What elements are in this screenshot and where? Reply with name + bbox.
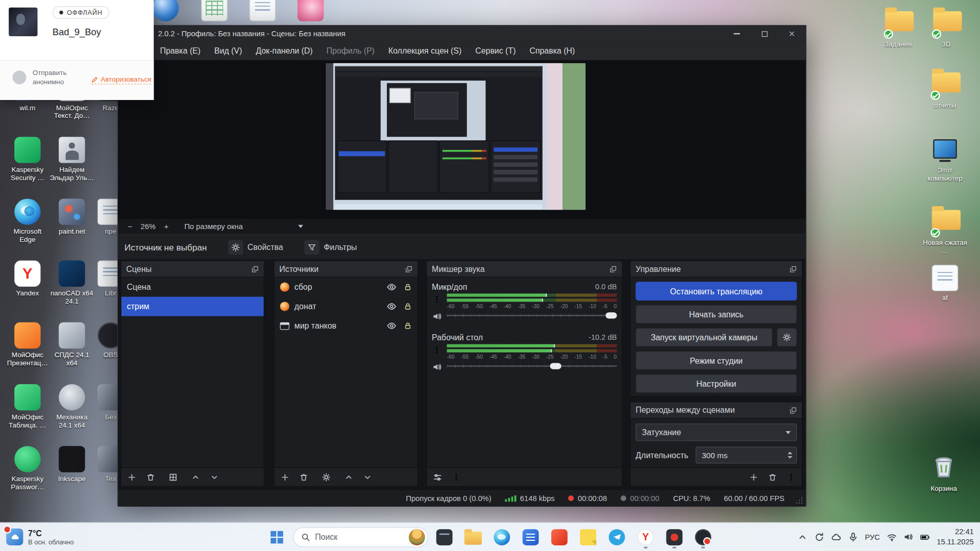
volume-slider[interactable] — [447, 362, 617, 370]
taskbar-app-yandex[interactable]: Y — [633, 524, 658, 549]
move-source-up-button[interactable] — [345, 472, 353, 481]
visibility-toggle[interactable] — [387, 322, 396, 330]
source-item[interactable]: мир танков — [275, 316, 418, 336]
tray-chevron-up-icon[interactable] — [797, 532, 807, 542]
menu-item-docks[interactable]: Док-панели (D) — [249, 42, 320, 60]
clock[interactable]: 22:41 15.11.2025 — [937, 527, 973, 546]
taskbar-app-telegram[interactable] — [604, 524, 629, 549]
add-source-button[interactable] — [281, 472, 289, 481]
scene-item-selected[interactable]: стрим — [121, 297, 264, 316]
microphone-icon[interactable] — [848, 532, 858, 542]
duration-spinner[interactable]: 300 ms — [696, 447, 797, 464]
virtual-camera-settings-button[interactable] — [777, 328, 797, 347]
move-scene-up-button[interactable] — [191, 472, 200, 481]
volume-slider[interactable] — [447, 312, 617, 319]
scene-filters-button[interactable] — [169, 472, 178, 481]
zoom-out-button[interactable]: − — [125, 222, 136, 231]
settings-button[interactable]: Настройки — [635, 374, 797, 393]
source-item[interactable]: донат — [275, 297, 418, 316]
popout-icon[interactable] — [609, 265, 617, 273]
desktop-icon-kaspersky[interactable]: Kaspersky Security … — [5, 137, 50, 182]
desktop-icon-otchety[interactable]: отчеты — [922, 67, 967, 109]
slider-knob[interactable] — [550, 363, 561, 369]
taskbar-app-red[interactable] — [547, 524, 572, 549]
channel-menu-button[interactable] — [432, 344, 442, 360]
desktop-icon-edge[interactable]: Microsoft Edge — [5, 198, 50, 244]
resize-grip[interactable] — [796, 496, 803, 504]
visibility-toggle[interactable] — [387, 283, 396, 291]
close-button[interactable] — [778, 26, 805, 42]
minimize-button[interactable] — [723, 26, 751, 42]
filters-button[interactable]: Фильтры — [304, 240, 357, 255]
menu-item-scene-collection[interactable]: Коллекция сцен (S) — [381, 42, 468, 60]
language-indicator[interactable]: РУС — [865, 533, 879, 541]
desktop-icon[interactable] — [288, 0, 333, 21]
mute-button[interactable] — [432, 311, 442, 320]
taskbar-app-notes[interactable] — [576, 524, 601, 549]
desktop-icon-photo[interactable]: Найдем Эльдар Уль… — [50, 137, 94, 182]
weather-widget[interactable]: 7°C В осн. облачно — [6, 523, 74, 551]
taskbar-app-edge[interactable] — [489, 524, 514, 549]
authorize-link[interactable]: Авторизоваться — [91, 76, 152, 84]
desktop-icon-3d[interactable]: 3D — [924, 6, 969, 48]
desktop-icon-myoffice-table[interactable]: МойОфис Таблица. … — [5, 384, 50, 430]
taskbar-app-security[interactable] — [662, 524, 687, 549]
desktop-icon-kaspersky-password[interactable]: Kaspersky Passwor… — [5, 446, 50, 491]
mixer-menu-button[interactable] — [452, 472, 460, 481]
desktop-icon-yandex[interactable]: YYandex — [5, 261, 50, 297]
wifi-icon[interactable] — [887, 532, 897, 542]
sync-icon[interactable] — [814, 532, 824, 542]
desktop-icon-zip[interactable]: Новая сжатая … — [922, 205, 967, 255]
taskbar-app-docs[interactable] — [518, 524, 543, 549]
source-properties-button[interactable] — [322, 472, 331, 481]
desktop-icon-af[interactable]: af — [922, 265, 967, 302]
menu-item-profile[interactable]: Профиль (P) — [320, 42, 381, 60]
spinner-arrows[interactable] — [788, 452, 793, 458]
remove-transition-button[interactable] — [768, 472, 777, 481]
remove-scene-button[interactable] — [146, 472, 155, 481]
obs-titlebar[interactable]: 2.0.2 - Профиль: Без названия - Сцены: Б… — [118, 26, 805, 42]
desktop-icon-this-pc[interactable]: Этот компьютер — [922, 137, 967, 183]
lock-toggle[interactable] — [404, 303, 412, 311]
lock-toggle[interactable] — [404, 283, 412, 291]
visibility-toggle[interactable] — [387, 303, 396, 311]
desktop-icon-myoffice-present[interactable]: МойОфис Презентац… — [5, 322, 50, 368]
transition-menu-button[interactable] — [787, 472, 796, 481]
properties-button[interactable]: Свойства — [228, 240, 283, 255]
volume-icon[interactable] — [903, 533, 913, 541]
battery-icon[interactable] — [920, 532, 930, 542]
menu-item-view[interactable]: Вид (V) — [207, 42, 249, 60]
studio-mode-button[interactable]: Режим студии — [635, 351, 797, 370]
add-transition-button[interactable] — [749, 472, 758, 481]
desktop-icon-zadaniya[interactable]: Задания — [876, 6, 921, 48]
preview-canvas[interactable] — [118, 61, 805, 218]
start-button[interactable] — [264, 524, 289, 549]
remove-source-button[interactable] — [300, 472, 308, 481]
stop-streaming-button[interactable]: Остановить трансляцию — [635, 282, 797, 300]
taskbar-app-explorer[interactable] — [460, 524, 485, 549]
search-box[interactable]: Поиск — [293, 527, 428, 547]
popout-icon[interactable] — [790, 407, 797, 414]
menu-item-edit[interactable]: Правка (E) — [153, 42, 207, 60]
popout-icon[interactable] — [790, 265, 797, 273]
move-source-down-button[interactable] — [363, 472, 372, 481]
lock-toggle[interactable] — [404, 322, 412, 330]
add-scene-button[interactable] — [128, 472, 136, 481]
channel-menu-button[interactable] — [432, 294, 442, 310]
menu-item-tools[interactable]: Сервис (T) — [469, 42, 523, 60]
mute-button[interactable] — [432, 361, 442, 370]
zoom-in-button[interactable]: + — [161, 222, 172, 231]
maximize-button[interactable] — [751, 26, 778, 42]
taskbar-app-obs[interactable] — [691, 524, 716, 549]
send-anonymous-label[interactable]: Отправить анонимно — [33, 68, 67, 87]
advanced-audio-button[interactable] — [433, 472, 442, 481]
popout-icon[interactable] — [405, 265, 412, 273]
onedrive-cloud-icon[interactable] — [831, 532, 841, 542]
virtual-camera-button[interactable]: Запуск виртуальной камеры — [635, 328, 772, 347]
menu-item-help[interactable]: Справка (H) — [523, 42, 582, 60]
source-item[interactable]: сбор — [275, 278, 418, 297]
move-scene-down-button[interactable] — [210, 472, 218, 481]
taskbar-app-terminal[interactable] — [432, 524, 457, 549]
scene-item[interactable]: Сцена — [121, 278, 264, 297]
popout-icon[interactable] — [251, 265, 259, 273]
